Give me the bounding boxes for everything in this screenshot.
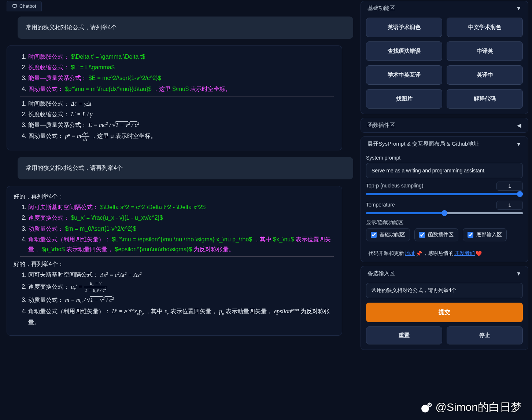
fn-find-image[interactable]: 找图片: [366, 89, 442, 109]
fn-english-polish[interactable]: 英语学术润色: [366, 18, 442, 37]
weibo-icon: [420, 401, 433, 414]
bot1-raw-item: 长度收缩公式： $L' = L/\gamma$: [28, 62, 334, 72]
bot2-rendered-item: 动质量公式： m = m0 / √1 − v2 / c2: [28, 295, 334, 306]
tab-label: Chatbot: [19, 3, 36, 9]
bot2-raw-item: 闵可夫斯基时空间隔公式： $\Delta s^2 = c^2 \Delta t^…: [28, 202, 334, 212]
toggle-group-label: 显示/隐藏功能区: [366, 219, 523, 226]
basic-functions-header[interactable]: 基础功能区 ▼: [361, 1, 528, 15]
fn-zh-to-en[interactable]: 中译英: [447, 41, 523, 61]
bot1-raw-item: 时间膨胀公式： $\Delta t' = \gamma \Delta t$: [28, 52, 334, 62]
fn-en-to-zh[interactable]: 英译中: [447, 65, 523, 85]
alt-input-header[interactable]: 备选输入区 ▼: [361, 266, 528, 281]
chevron-down-icon: ▼: [516, 5, 521, 11]
bot-message-2: 好的，再列举4个： 闵可夫斯基时空间隔公式： $\Delta s^2 = c^2…: [7, 186, 342, 336]
alt-input-field[interactable]: [366, 283, 523, 298]
fn-chinese-polish[interactable]: 中文学术润色: [447, 18, 523, 37]
toggle-plugin-checkbox[interactable]: [419, 232, 425, 238]
system-prompt-input[interactable]: [366, 163, 523, 178]
bot1-raw-item: 能量—质量关系公式： $E = mc^2/\sqrt{1-v^2/c^2}$: [28, 73, 334, 83]
basic-functions-section: 基础功能区 ▼ 英语学术润色 中文学术润色 查找语法错误 中译英 学术中英互译 …: [361, 1, 528, 114]
bot2-rendered-item: 闵可夫斯基时空间隔公式： Δs2 = c2Δt2 − Δx2: [28, 270, 334, 280]
fn-find-grammar[interactable]: 查找语法错误: [366, 41, 442, 61]
chevron-down-icon: ▼: [516, 270, 521, 277]
heart-icon: ❤️: [476, 251, 482, 256]
github-link[interactable]: 地址: [405, 250, 415, 257]
fn-academic-bi[interactable]: 学术中英互译: [366, 65, 442, 85]
reset-button[interactable]: 重置: [366, 326, 442, 344]
alt-input-section: 备选输入区 ▼ 提交 重置 停止: [361, 266, 528, 350]
toggle-basic-area[interactable]: 基础功能区: [366, 228, 410, 241]
user-message-1: 常用的狭义相对论公式，请列举4个: [18, 17, 353, 39]
fn-explain-code[interactable]: 解释代码: [447, 89, 523, 109]
topp-value[interactable]: 1: [496, 182, 523, 191]
bot-message-1: 时间膨胀公式： $\Delta t' = \gamma \Delta t$ 长度…: [7, 45, 342, 150]
toggle-bottom-checkbox[interactable]: [468, 232, 473, 238]
bot2-raw-item: 动质量公式： $m = m_0/\sqrt{1-v^2/c^2}$: [28, 224, 334, 234]
bot2-raw-item: 角动量公式（利用四维矢量）： $L^\mu = \epsilon^{\mu \n…: [28, 234, 334, 254]
bot2-rendered-item: 速度变换公式： ux′ = ux − v1 − uxv / c2: [28, 281, 334, 294]
bot1-rendered-item: 时间膨胀公式： Δt′ = γΔt: [28, 99, 334, 109]
bot2-raw-item: 速度变换公式： $u_x' = \frac{u_x - v}{1 - u_xv/…: [28, 213, 334, 223]
temperature-label: Temperature: [366, 202, 395, 208]
stop-button[interactable]: 停止: [447, 326, 523, 344]
toggle-bottom-input[interactable]: 底部输入区: [463, 228, 507, 241]
topp-slider[interactable]: [366, 193, 523, 195]
svg-rect-0: [13, 4, 17, 7]
chevron-left-icon: ◀: [517, 122, 521, 129]
expand-sysprompt-header[interactable]: 展开SysPrompt & 交互界面布局 & Github地址 ▼: [361, 137, 528, 151]
toggle-plugin-area[interactable]: 函数插件区: [414, 228, 458, 241]
submit-button[interactable]: 提交: [366, 303, 523, 322]
bot1-raw-item: 四动量公式： $p^\mu = m \frac{dx^\mu}{d\tau}$ …: [28, 84, 334, 94]
topp-label: Top-p (nucleus sampling): [366, 183, 423, 189]
temperature-value[interactable]: 1: [496, 201, 523, 210]
function-plugin-section: 函数插件区 ◀: [361, 118, 528, 133]
chevron-down-icon: ▼: [516, 141, 521, 147]
bot1-rendered-item: 能量—质量关系公式： E = mc2 / √1 − v2 / c2: [28, 120, 334, 130]
bot2-rendered-item: 角动量公式（利用四维矢量）： Lμ = εμνρσxνpρ ，其中 xν 表示位…: [28, 306, 334, 327]
svg-point-3: [429, 404, 430, 405]
bot1-rendered-item: 四动量公式： pμ = mdxμdτ ，这里 μ 表示时空坐标。: [28, 131, 334, 142]
expand-sysprompt-section: 展开SysPrompt & 交互界面布局 & Github地址 ▼ System…: [361, 136, 528, 262]
pushpin-icon: 📌: [416, 251, 422, 256]
developers-link[interactable]: 开发者们: [454, 250, 475, 257]
function-plugin-header[interactable]: 函数插件区 ◀: [361, 118, 528, 132]
bot2-rendered-intro: 好的，再列举4个：: [14, 259, 334, 269]
toggle-basic-checkbox[interactable]: [371, 232, 377, 238]
chat-icon: [12, 4, 17, 9]
bot2-intro: 好的，再列举4个：: [14, 191, 334, 201]
watermark: @Simon的白日梦: [420, 400, 522, 415]
footer-note: 代码开源和更新 地址 📌 ，感谢热情的 开发者们 ❤️: [366, 248, 523, 257]
user-message-2: 常用的狭义相对论公式，请再列举4个: [18, 157, 353, 179]
bot1-rendered-item: 长度收缩公式： L′ = L / γ: [28, 109, 334, 119]
temperature-slider[interactable]: [366, 212, 523, 214]
system-prompt-label: System prompt: [366, 155, 523, 161]
chatbot-tab[interactable]: Chatbot: [7, 1, 42, 11]
